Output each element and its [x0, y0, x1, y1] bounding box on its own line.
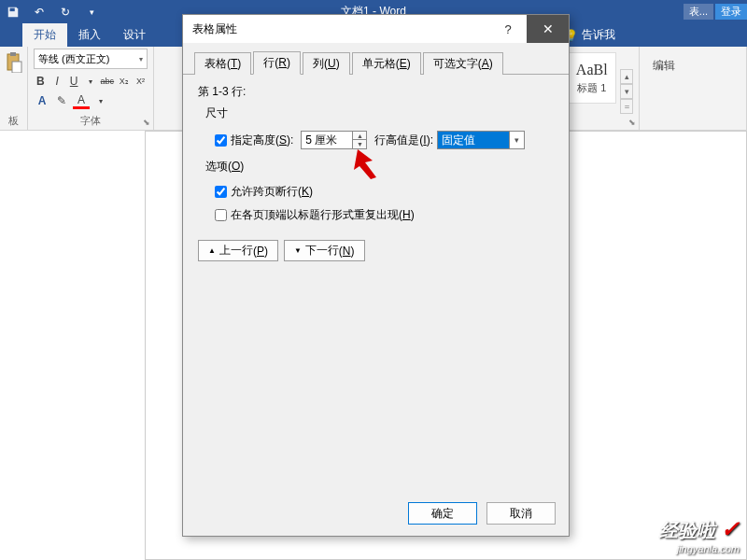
style-more-icon[interactable]: ＝: [620, 99, 633, 114]
more-font-icon[interactable]: ▾: [92, 92, 109, 109]
tab-table[interactable]: 表格(T): [194, 52, 251, 75]
annotation-arrow-icon: [350, 147, 388, 181]
prev-row-button[interactable]: ▲上一行(P): [198, 240, 278, 261]
cancel-button[interactable]: 取消: [486, 502, 556, 525]
tab-row[interactable]: 行(R): [253, 51, 301, 75]
qat-customize-icon[interactable]: ▾: [78, 0, 105, 23]
watermark: 经验啦 ✓ jingyanla.com: [659, 516, 740, 554]
tab-insert[interactable]: 插入: [67, 23, 112, 47]
bold-button[interactable]: B: [34, 73, 48, 90]
check-icon: ✓: [721, 516, 740, 541]
allow-break-label: 允许跨页断行(K): [231, 184, 313, 200]
highlight-button[interactable]: ✎: [53, 92, 70, 109]
tab-alt-text[interactable]: 可选文字(A): [423, 52, 503, 75]
svg-rect-2: [10, 52, 16, 56]
next-row-button[interactable]: ▼下一行(N): [284, 240, 365, 261]
paste-icon[interactable]: [5, 52, 23, 73]
editing-group: 编辑: [640, 47, 747, 130]
svg-marker-4: [354, 149, 376, 179]
svg-rect-3: [12, 62, 21, 73]
superscript-button[interactable]: X²: [134, 73, 148, 90]
login-button[interactable]: 登录: [715, 4, 747, 20]
triangle-up-icon: ▲: [208, 246, 216, 255]
chevron-down-icon: ▾: [509, 132, 524, 148]
help-button[interactable]: ?: [489, 22, 527, 36]
triangle-down-icon: ▼: [294, 246, 302, 255]
specify-height-checkbox[interactable]: [215, 134, 227, 147]
clipboard-label: 板: [0, 114, 27, 128]
font-dialog-icon[interactable]: ⬊: [143, 118, 150, 127]
specify-height-label: 指定高度(S):: [231, 133, 293, 148]
row-height-is-label: 行高值是(I):: [374, 133, 433, 148]
tab-design[interactable]: 设计: [112, 23, 157, 47]
svg-rect-0: [10, 7, 15, 11]
chevron-down-icon: ▾: [139, 55, 143, 63]
style-up-icon[interactable]: ▴: [620, 69, 633, 84]
table-properties-dialog: 表格属性 ? ✕ 表格(T) 行(R) 列(U) 单元格(E) 可选文字(A) …: [182, 14, 570, 537]
underline-button[interactable]: U: [67, 73, 81, 90]
spin-up-icon[interactable]: ▲: [353, 132, 366, 140]
height-spinner[interactable]: ▲ ▼: [301, 131, 367, 149]
height-input[interactable]: [301, 131, 353, 149]
undo-icon[interactable]: ↶: [26, 0, 52, 23]
font-group: 等线 (西文正文) ▾ B I U ▾ abc X₂ X² A ✎ A ▾ 字体…: [28, 47, 154, 130]
contextual-tab-badge[interactable]: 表...: [684, 4, 713, 20]
font-label: 字体: [28, 114, 153, 128]
styles-dialog-icon[interactable]: ⬊: [628, 118, 636, 127]
dialog-titlebar: 表格属性 ? ✕: [183, 15, 569, 43]
tab-cell[interactable]: 单元格(E): [352, 52, 421, 75]
dialog-title: 表格属性: [192, 21, 489, 37]
allow-break-checkbox[interactable]: [215, 186, 227, 198]
style-down-icon[interactable]: ▾: [620, 84, 633, 99]
row-height-combo[interactable]: 固定值 ▾: [437, 131, 525, 149]
save-icon[interactable]: [0, 0, 26, 23]
underline-more-icon[interactable]: ▾: [84, 73, 98, 90]
repeat-header-checkbox[interactable]: [215, 209, 227, 221]
editing-label[interactable]: 编辑: [645, 49, 740, 83]
row-range-label: 第 1-3 行:: [198, 84, 554, 100]
repeat-header-label: 在各页顶端以标题行形式重复出现(H): [231, 207, 415, 223]
clipboard-group: 板: [0, 47, 28, 130]
style-gallery-item[interactable]: AaBl 标题 1: [568, 52, 617, 104]
ok-button[interactable]: 确定: [408, 502, 477, 525]
strike-button[interactable]: abc: [100, 73, 114, 90]
redo-icon[interactable]: ↻: [52, 0, 78, 23]
subscript-button[interactable]: X₂: [117, 73, 131, 90]
close-button[interactable]: ✕: [527, 15, 569, 43]
font-name-combo[interactable]: 等线 (西文正文) ▾: [34, 49, 148, 69]
italic-button[interactable]: I: [50, 73, 64, 90]
tab-home[interactable]: 开始: [22, 23, 67, 47]
dialog-tab-row: 表格(T) 行(R) 列(U) 单元格(E) 可选文字(A): [183, 50, 569, 75]
text-effects-button[interactable]: A: [34, 92, 50, 109]
size-section-label: 尺寸: [205, 105, 554, 121]
tab-column[interactable]: 列(U): [303, 52, 350, 75]
font-color-button[interactable]: A: [73, 92, 90, 109]
